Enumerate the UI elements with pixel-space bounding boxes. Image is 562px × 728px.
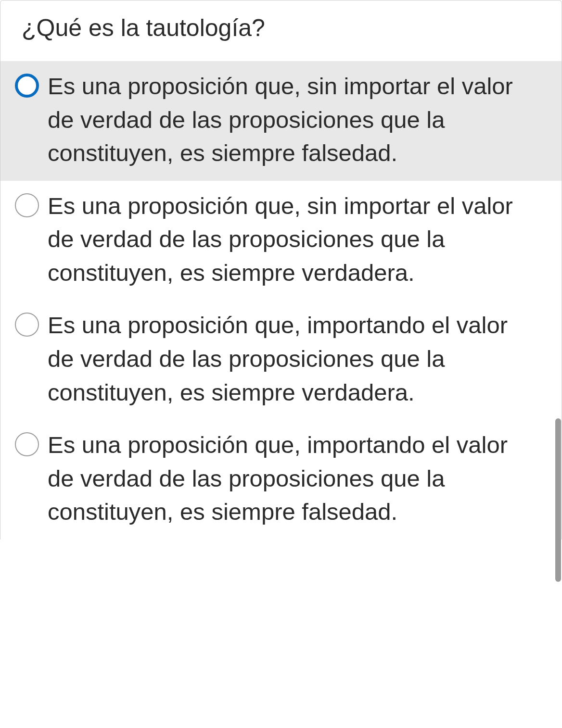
option-text-2: Es una proposición que, importando el va… (48, 309, 547, 409)
radio-option-3[interactable] (15, 432, 39, 456)
question-card: ¿Qué es la tautología? Es una proposició… (0, 0, 562, 540)
options-container: Es una proposición que, sin importar el … (0, 61, 562, 540)
option-0[interactable]: Es una proposición que, sin importar el … (0, 61, 562, 181)
radio-option-1[interactable] (15, 193, 39, 217)
option-2[interactable]: Es una proposición que, importando el va… (0, 300, 562, 420)
option-3[interactable]: Es una proposición que, importando el va… (0, 420, 562, 540)
option-text-0: Es una proposición que, sin importar el … (48, 70, 547, 170)
option-text-3: Es una proposición que, importando el va… (48, 428, 547, 529)
question-title: ¿Qué es la tautología? (0, 0, 562, 61)
scrollbar[interactable] (555, 418, 561, 582)
option-text-1: Es una proposición que, sin importar el … (48, 189, 547, 290)
option-1[interactable]: Es una proposición que, sin importar el … (0, 181, 562, 301)
radio-option-2[interactable] (15, 313, 39, 337)
radio-option-0[interactable] (15, 74, 39, 98)
